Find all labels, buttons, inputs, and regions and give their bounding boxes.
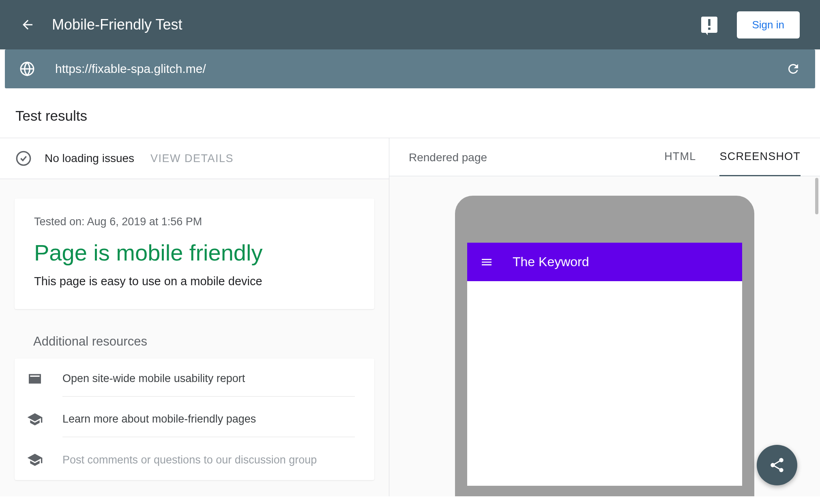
app-title: Mobile-Friendly Test	[52, 16, 182, 33]
tested-on-text: Tested on: Aug 6, 2019 at 1:56 PM	[34, 216, 355, 228]
section-title: Test results	[15, 108, 805, 124]
phone-screen: The Keyword	[467, 243, 742, 486]
svg-point-4	[17, 152, 30, 165]
result-verdict: Page is mobile friendly	[34, 239, 355, 266]
resource-item-report[interactable]: Open site-wide mobile usability report	[15, 359, 374, 399]
right-panel: Rendered page HTML SCREENSHOT The Ke	[389, 138, 820, 496]
tab-screenshot[interactable]: SCREENSHOT	[719, 150, 801, 177]
preview-site-header: The Keyword	[467, 243, 742, 281]
refresh-icon[interactable]	[786, 62, 801, 76]
scrollbar[interactable]	[815, 178, 818, 214]
svg-rect-1	[708, 28, 711, 30]
app-header: Mobile-Friendly Test Sign in	[0, 0, 820, 49]
svg-rect-0	[708, 19, 711, 26]
right-panel-header: Rendered page HTML SCREENSHOT	[389, 138, 820, 176]
resources-title: Additional resources	[33, 334, 374, 349]
url-input[interactable]: https://fixable-spa.glitch.me/	[55, 62, 206, 76]
resource-item-post[interactable]: Post comments or questions to our discus…	[15, 440, 374, 480]
status-bar: No loading issues VIEW DETAILS	[0, 138, 389, 179]
report-icon	[27, 371, 43, 387]
preview-area: The Keyword	[389, 176, 820, 496]
rendered-page-label: Rendered page	[409, 151, 487, 164]
url-bar: https://fixable-spa.glitch.me/	[5, 49, 815, 88]
left-panel: No loading issues VIEW DETAILS Tested on…	[0, 138, 389, 496]
content: No loading issues VIEW DETAILS Tested on…	[0, 138, 820, 496]
preview-site-title: The Keyword	[513, 254, 589, 269]
header-left: Mobile-Friendly Test	[20, 16, 182, 33]
resources-card: Open site-wide mobile usability report L…	[15, 359, 374, 480]
school-icon	[27, 452, 43, 468]
phone-mockup: The Keyword	[455, 196, 754, 496]
sign-in-button[interactable]: Sign in	[737, 11, 800, 38]
share-fab[interactable]	[757, 445, 797, 485]
header-right: Sign in	[701, 11, 800, 38]
resource-text: Open site-wide mobile usability report	[62, 372, 355, 397]
result-card: Tested on: Aug 6, 2019 at 1:56 PM Page i…	[15, 199, 374, 309]
check-circle-icon	[15, 150, 32, 167]
resource-item-learn[interactable]: Learn more about mobile-friendly pages	[15, 399, 374, 440]
school-icon	[27, 411, 43, 427]
section-header: Test results	[0, 94, 820, 138]
result-description: This page is easy to use on a mobile dev…	[34, 275, 355, 288]
back-arrow-icon[interactable]	[20, 17, 35, 32]
globe-icon	[19, 61, 35, 77]
resource-text: Post comments or questions to our discus…	[62, 454, 355, 478]
hamburger-icon	[480, 256, 493, 269]
resource-text: Learn more about mobile-friendly pages	[62, 413, 355, 437]
loading-status-text: No loading issues	[45, 152, 134, 165]
view-details-button[interactable]: VIEW DETAILS	[150, 152, 234, 165]
tabs: HTML SCREENSHOT	[664, 150, 801, 164]
feedback-icon[interactable]	[701, 17, 717, 33]
tab-html[interactable]: HTML	[664, 150, 696, 177]
url-bar-left: https://fixable-spa.glitch.me/	[19, 61, 206, 77]
